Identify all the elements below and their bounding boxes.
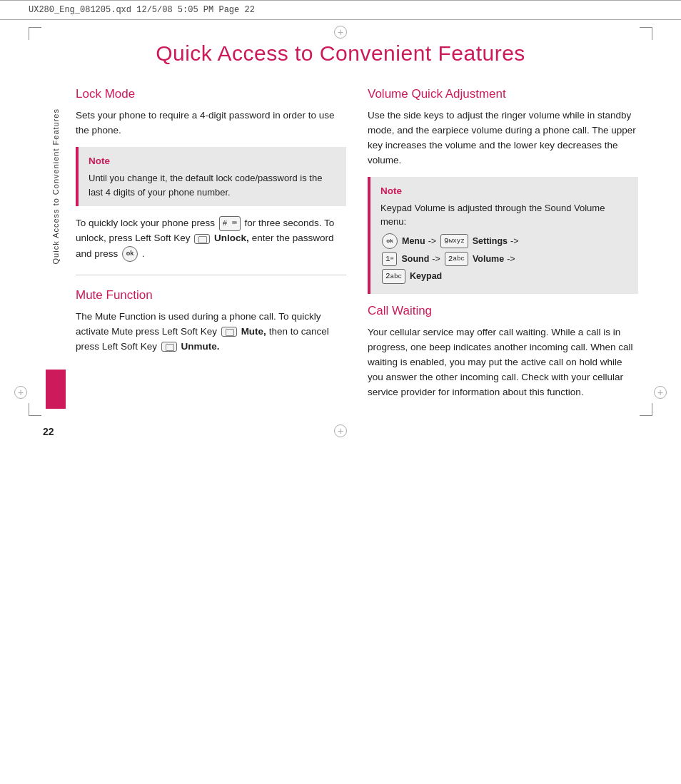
col-left: Lock Mode Sets your phone to require a 4… (76, 87, 346, 409)
lock-mode-note-box: Note Until you change it, the default lo… (76, 147, 346, 206)
corner-tl (29, 27, 41, 40)
ok-menu-icon: ok (122, 246, 138, 262)
keypad-label: Keypad (410, 270, 442, 283)
corner-bl (29, 403, 41, 416)
lock-mode-body1: Sets your phone to require a 4-digit pas… (76, 108, 346, 138)
hash-key-icon: # ⌨ (219, 216, 241, 231)
arrow4: -> (507, 253, 515, 266)
sound-num-key: 1⌨ (382, 252, 397, 267)
separator-left (76, 275, 346, 275)
unmute-label: Unmute. (181, 341, 220, 352)
page-number: 22 (43, 426, 54, 437)
page-outer: Quick Access to Convenient Features Quic… (0, 20, 681, 452)
lock-mode-note-title: Note (89, 154, 336, 168)
lock-mode-body2: To quickly lock your phone press # ⌨ for… (76, 216, 346, 262)
col-right: Volume Quick Adjustment Use the side key… (368, 87, 638, 409)
volume-label: Volume (473, 253, 504, 266)
main-content: Lock Mode Sets your phone to require a 4… (69, 87, 638, 409)
lock-mode-body2-text4: . (142, 248, 145, 259)
corner-tr (640, 27, 652, 40)
settings-key: 9wxyz (440, 234, 468, 249)
soft-key-icon-mute (221, 327, 237, 337)
page-title: Quick Access to Convenient Features (43, 20, 638, 87)
sidebar-label: Quick Access to Convenient Features (51, 108, 60, 264)
corner-br (640, 403, 652, 416)
lock-mode-note-body: Until you change it, the default lock co… (89, 171, 336, 199)
settings-label: Settings (473, 235, 508, 248)
mute-function-title: Mute Function (76, 288, 346, 302)
header-text: UX280_Eng_081205.qxd 12/5/08 5:05 PM Pag… (29, 5, 255, 15)
soft-key-icon-unmute (161, 342, 177, 352)
header-bar: UX280_Eng_081205.qxd 12/5/08 5:05 PM Pag… (0, 0, 681, 20)
menu-ok-icon: ok (382, 233, 398, 249)
call-waiting-title: Call Waiting (368, 304, 638, 318)
soft-key-icon-unlock (194, 234, 210, 244)
sidebar-red-bar (46, 370, 66, 409)
content-area: Quick Access to Convenient Features Lock… (43, 87, 638, 409)
volume-note-title: Note (380, 184, 628, 198)
menu-line-3: 2abc Keypad (380, 269, 628, 284)
volume-quick-title: Volume Quick Adjustment (368, 87, 638, 101)
lock-mode-body2-text1: To quickly lock your phone press (76, 218, 218, 228)
mute-function-body: The Mute Function is used during a phone… (76, 310, 346, 355)
menu-line-1: ok Menu -> 9wxyz Settings -> (380, 233, 628, 249)
sidebar: Quick Access to Convenient Features (43, 87, 69, 409)
volume-note-body: Keypad Volume is adjusted through the So… (380, 201, 628, 229)
sound-label: Sound (401, 253, 429, 266)
menu-label: Menu (402, 235, 425, 248)
arrow3: -> (432, 253, 440, 266)
volume-quick-body: Use the side keys to adjust the ringer v… (368, 108, 638, 168)
menu-line-2: 1⌨ Sound -> 2abc Volume -> (380, 252, 628, 267)
call-waiting-body: Your cellular service may offer call wai… (368, 325, 638, 400)
unlock-label: Unlock, (214, 233, 249, 243)
arrow1: -> (428, 235, 436, 248)
bottom-center-mark (334, 424, 347, 437)
volume-note-box: Note Keypad Volume is adjusted through t… (368, 177, 638, 294)
lock-mode-title: Lock Mode (76, 87, 346, 101)
arrow2: -> (510, 235, 518, 248)
mute-label: Mute, (241, 326, 266, 337)
volume-num-key: 2abc (445, 252, 468, 267)
keypad-num-key: 2abc (382, 269, 405, 284)
